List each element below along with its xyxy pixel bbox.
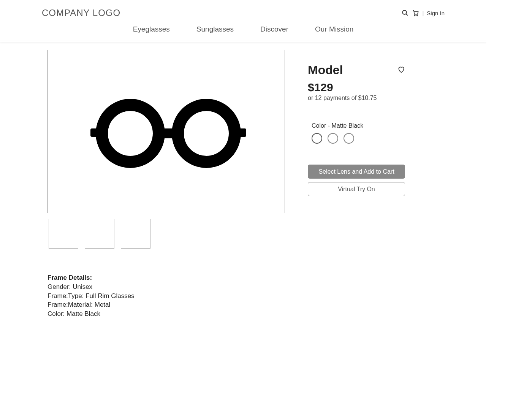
color-swatch-3[interactable] — [344, 133, 354, 144]
add-to-cart-button[interactable]: Select Lens and Add to Cart — [308, 165, 405, 179]
installment-text: or 12 payments of $10.75 — [308, 95, 405, 101]
glasses-icon — [81, 93, 252, 170]
main-nav: Eyeglasses Sunglasses Discover Our Missi… — [0, 18, 486, 42]
product-title: Model — [308, 63, 343, 77]
nav-eyeglasses[interactable]: Eyeglasses — [133, 25, 170, 33]
search-icon[interactable] — [402, 10, 408, 16]
color-label: Color - Matte Black — [312, 122, 405, 129]
header-actions: | Sign In — [402, 9, 445, 17]
main-content: Frame Details: Gender: Unisex Frame:Type… — [0, 42, 486, 319]
svg-rect-6 — [155, 128, 182, 138]
thumbnail-3[interactable] — [121, 219, 150, 249]
thumbnail-2[interactable] — [85, 219, 114, 249]
color-swatch-1[interactable] — [312, 133, 322, 144]
detail-frame-material: Frame:Material: Metal — [48, 300, 285, 309]
detail-gender: Gender: Unisex — [48, 282, 285, 292]
svg-point-0 — [403, 10, 407, 14]
svg-point-2 — [414, 15, 415, 16]
color-section: Color - Matte Black — [312, 122, 405, 144]
details-heading: Frame Details: — [48, 273, 285, 282]
product-thumbnails — [49, 219, 285, 249]
divider: | — [422, 10, 424, 16]
action-buttons: Select Lens and Add to Cart Virtual Try … — [308, 165, 405, 196]
svg-rect-8 — [231, 128, 246, 137]
svg-rect-7 — [90, 128, 106, 137]
frame-details: Frame Details: Gender: Unisex Frame:Type… — [48, 273, 285, 319]
detail-frame-type: Frame:Type: Full Rim Glasses — [48, 292, 285, 301]
product-media-column: Frame Details: Gender: Unisex Frame:Type… — [48, 50, 285, 319]
nav-our-mission[interactable]: Our Mission — [315, 25, 353, 33]
nav-discover[interactable]: Discover — [260, 25, 288, 33]
svg-point-5 — [178, 105, 235, 162]
company-logo[interactable]: COMPANY LOGO — [42, 8, 120, 18]
color-swatch-2[interactable] — [328, 133, 338, 144]
product-price: $129 — [308, 81, 405, 94]
nav-sunglasses[interactable]: Sunglasses — [196, 25, 234, 33]
virtual-try-on-button[interactable]: Virtual Try On — [308, 182, 405, 196]
svg-line-1 — [406, 14, 408, 16]
svg-point-3 — [417, 15, 418, 16]
svg-point-4 — [102, 105, 159, 162]
cart-icon[interactable] — [412, 9, 419, 17]
title-row: Model — [308, 63, 405, 77]
product-main-image[interactable] — [48, 50, 285, 213]
sign-in-link[interactable]: Sign In — [427, 10, 445, 16]
favorite-icon[interactable] — [397, 66, 405, 75]
color-swatches — [312, 133, 405, 144]
thumbnail-1[interactable] — [49, 219, 78, 249]
detail-color: Color: Matte Black — [48, 309, 285, 319]
header-top: COMPANY LOGO | Sign In — [0, 0, 486, 18]
product-info-column: Model $129 or 12 payments of $10.75 Colo… — [308, 50, 405, 319]
